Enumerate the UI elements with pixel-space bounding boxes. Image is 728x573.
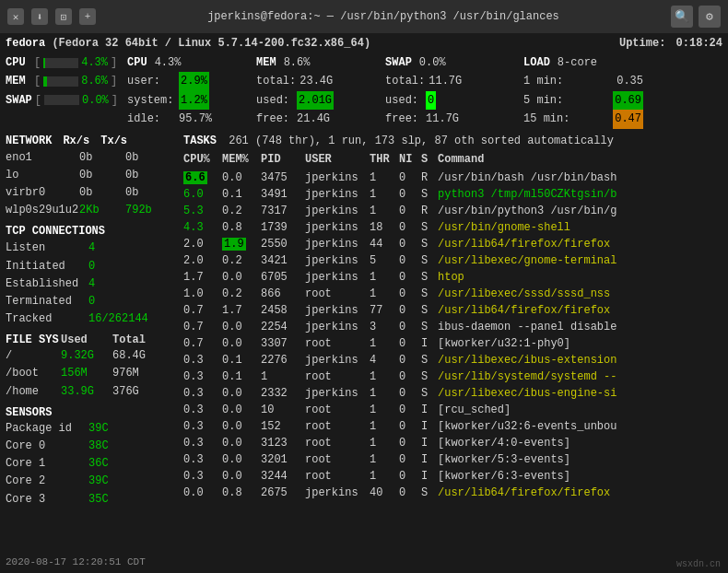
- proc-ni: 0: [399, 203, 421, 219]
- proc-mem-val: 0.1: [222, 188, 242, 201]
- tcp-header: TCP CONNECTIONS: [6, 225, 176, 238]
- sensors-header: SENSORS: [6, 406, 176, 419]
- cpu-detail-pct: 4.3%: [155, 53, 182, 72]
- proc-pid: 3201: [261, 451, 305, 468]
- close-button[interactable]: ✕: [7, 8, 24, 25]
- proc-ni: 0: [399, 286, 421, 302]
- proc-user: root: [305, 451, 370, 468]
- col-thr-header: THR: [370, 151, 399, 169]
- tasks-block: TASKS 261 (748 thr), 1 run, 173 slp, 87 …: [183, 134, 722, 509]
- proc-ni: 0: [399, 335, 421, 352]
- proc-cpu: 4.3: [183, 219, 222, 236]
- proc-user: jperkins: [305, 385, 370, 402]
- proc-mem-val: 0.0: [222, 387, 242, 400]
- load-15min-label: 15 min:: [523, 110, 569, 128]
- tcp-block: TCP CONNECTIONS Listen 4 Initiated 0 Est…: [6, 225, 176, 328]
- proc-user: jperkins: [305, 319, 370, 335]
- maximize-button[interactable]: ⊡: [55, 8, 72, 25]
- search-icon[interactable]: 🔍: [671, 6, 693, 28]
- proc-state: I: [421, 435, 438, 451]
- cpu-mini-bar-fill: [43, 58, 45, 68]
- proc-state: S: [421, 219, 438, 236]
- proc-mem: 0.0: [222, 170, 261, 186]
- fs-used: 9.32G: [61, 347, 112, 365]
- proc-cmd: /usr/lib64/firefox/firefox: [438, 236, 610, 252]
- mem-mini-bar-fill: [43, 76, 47, 87]
- proc-user: jperkins: [305, 302, 370, 319]
- swap-detail-block: SWAP 0.0% total: 11.7G used: 0 free: 11.…: [385, 53, 505, 129]
- mem-free-label: free:: [256, 110, 293, 128]
- load-cores: 8-core: [558, 53, 597, 72]
- sensor-val: 39C: [88, 473, 109, 490]
- minimize-button[interactable]: ⬇: [31, 8, 48, 25]
- tasks-summary: 261 (748 thr), 1 run, 173 slp, 87 oth so…: [229, 134, 614, 147]
- mem-used-val: 2.01G: [297, 91, 334, 110]
- proc-pid: 2675: [261, 485, 305, 501]
- table-row: 0.7 0.0 2254 jperkins 3 0 S ibus-daemon …: [183, 319, 722, 335]
- mini-stats: CPU [ 4.3% ] MEM [ 8.6% ] SWAP: [6, 53, 118, 110]
- proc-ni: 0: [399, 435, 421, 451]
- swap-mini-label: SWAP: [6, 91, 32, 110]
- load-5min-row: 5 min: 0.69: [523, 91, 643, 110]
- swap-free-row: free: 11.7G: [385, 110, 505, 128]
- proc-mem-val: 0.0: [222, 337, 242, 350]
- proc-cpu: 0.3: [183, 435, 222, 451]
- proc-state: S: [421, 186, 438, 203]
- gear-icon[interactable]: ⚙: [699, 6, 721, 28]
- proc-cpu-val: 0.3: [183, 453, 204, 466]
- proc-cpu-val: 6.6: [183, 171, 207, 184]
- proc-cpu-val: 0.3: [183, 437, 204, 450]
- proc-cpu: 0.7: [183, 302, 222, 319]
- proc-cpu-val: 4.3: [183, 221, 204, 234]
- proc-pid: 3307: [261, 335, 305, 352]
- network-header: NETWORK Rx/s Tx/s: [6, 134, 176, 147]
- mem-mini-row: MEM [ 8.6% ]: [6, 72, 118, 90]
- proc-pid: 6705: [261, 269, 305, 286]
- proc-cpu: 2.0: [183, 252, 222, 269]
- cpu-system-val: 1.2%: [179, 91, 209, 110]
- sensor-row: Core 0 38C: [6, 438, 176, 455]
- swap-free-label: free:: [385, 110, 422, 128]
- cpu-mini-row: CPU [ 4.3% ]: [6, 53, 118, 72]
- mem-total-val: 23.4G: [299, 72, 333, 90]
- proc-thr: 1: [370, 335, 399, 352]
- net-rx-val: 2Kb: [79, 202, 125, 219]
- load-block: LOAD 8-core 1 min: 0.35 5 min: 0.69 15 m…: [523, 53, 643, 129]
- proc-user: root: [305, 286, 370, 302]
- proc-cpu: 6.6: [183, 170, 222, 186]
- col-user-header: USER: [305, 151, 370, 169]
- proc-mem: 0.2: [222, 203, 261, 219]
- proc-user: root: [305, 435, 370, 451]
- load-header-row: LOAD 8-core: [523, 53, 643, 72]
- fs-path: /home: [6, 383, 61, 401]
- proc-mem-val: 0.0: [222, 171, 242, 184]
- proc-cmd: /usr/libexec/gnome-terminal: [438, 252, 616, 269]
- proc-cmd: /usr/bin/gnome-shell: [438, 219, 570, 236]
- cpu-user-row: user: 2.9%: [127, 72, 238, 90]
- net-tx-val: 0b: [125, 184, 171, 202]
- fs-total: 376G: [112, 383, 139, 401]
- proc-user: jperkins: [305, 203, 370, 219]
- proc-ni: 0: [399, 485, 421, 501]
- mem-used-label: used:: [256, 91, 293, 110]
- fs-used: 156M: [61, 365, 112, 382]
- proc-state: R: [421, 170, 438, 186]
- table-row: 0.7 0.0 3307 root 1 0 I [kworker/u32:1-p…: [183, 335, 722, 352]
- load-15min-highlight: 0.47: [613, 110, 643, 128]
- proc-mem-val: 0.0: [222, 420, 242, 433]
- uptime-info: Uptime: 0:18:24: [619, 37, 722, 50]
- swap-mini-bracket-close: ]: [112, 91, 118, 110]
- new-tab-button[interactable]: +: [79, 8, 96, 25]
- proc-thr: 77: [370, 302, 399, 319]
- sensor-label: Core 2: [6, 473, 88, 490]
- proc-pid: 2276: [261, 352, 305, 368]
- sensor-val: 38C: [88, 438, 109, 455]
- proc-mem-val: 0.0: [222, 403, 242, 416]
- cpu-user-val: 2.9%: [179, 72, 209, 90]
- swap-used-label: used:: [385, 91, 422, 110]
- proc-cpu: 6.0: [183, 186, 222, 203]
- proc-ni: 0: [399, 418, 421, 435]
- load-1min-row: 1 min: 0.35: [523, 72, 643, 90]
- swap-mini-bracket-open: [: [35, 91, 41, 110]
- proc-thr: 1: [370, 435, 399, 451]
